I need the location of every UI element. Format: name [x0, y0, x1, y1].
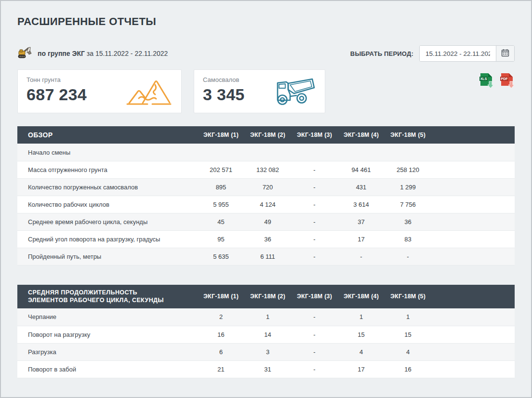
- period-picker: ВЫБРАТЬ ПЕРИОД:: [350, 45, 515, 62]
- row-value: -: [291, 253, 338, 260]
- page-title: РАСШИРЕННЫЕ ОТЧЕТЫ: [17, 15, 515, 28]
- date-range-input[interactable]: [420, 46, 496, 61]
- stat-card-trucks: Самосвалов 3 345: [194, 69, 325, 113]
- row-label: Среднее время рабочего цикла, секунды: [17, 218, 198, 226]
- row-value: -: [291, 366, 338, 373]
- row-value: 4: [338, 348, 385, 356]
- column-header: ЭКГ-18М (1): [198, 293, 244, 300]
- row-value: -: [291, 348, 338, 356]
- row-value: 3: [244, 348, 291, 356]
- row-value: 94 461: [338, 166, 385, 173]
- row-value: 14: [244, 331, 291, 338]
- row-value: 132 082: [244, 166, 291, 173]
- row-value: 6 111: [244, 253, 291, 260]
- table-row: Средний угол поворота на разгрузку, град…: [17, 230, 515, 248]
- row-label: Количество погруженных самосвалов: [17, 184, 198, 191]
- xls-download-icon[interactable]: XLS: [479, 73, 494, 91]
- row-value: 6: [198, 348, 244, 356]
- row-label: Пройденный путь, метры: [17, 253, 198, 260]
- table-row: Масса отгруженного грунта202 571132 082-…: [17, 161, 515, 178]
- row-value: -: [291, 331, 338, 338]
- table-title: ОБЗОР: [17, 127, 198, 143]
- cycle-duration-table: СРЕДНЯЯ ПРОДОЛЖИТЕЛЬНОСТЬ ЭЛЕМЕНТОВ РАБО…: [17, 285, 515, 378]
- row-label: Средний угол поворота на разгрузку, град…: [17, 236, 198, 243]
- column-header: ЭКГ-18М (2): [244, 132, 291, 138]
- row-label: Черпание: [17, 313, 198, 320]
- row-value: -: [338, 253, 385, 260]
- row-value: 16: [198, 331, 244, 338]
- row-label: Масса отгруженного грунта: [17, 166, 198, 173]
- column-header: ЭКГ-18М (1): [198, 132, 244, 138]
- row-label: Разгрузка: [17, 348, 198, 356]
- row-value: 49: [244, 218, 291, 226]
- table-row: Среднее время рабочего цикла, секунды454…: [17, 213, 515, 230]
- export-buttons: XLS PDF: [479, 69, 515, 91]
- row-value: 36: [385, 218, 431, 226]
- stat-cards-row: Тонн грунта 687 234 Самосвалов 3 345: [17, 69, 515, 113]
- column-header: ЭКГ-18М (5): [385, 293, 431, 300]
- row-value: -: [385, 253, 431, 260]
- table-body: Начало сменыМасса отгруженного грунта202…: [17, 144, 515, 265]
- row-value: 15: [385, 331, 431, 338]
- stat-card-tons: Тонн грунта 687 234: [17, 69, 182, 113]
- row-value: 5 955: [198, 201, 244, 208]
- row-value: -: [291, 201, 338, 208]
- dump-truck-icon: [272, 75, 316, 108]
- column-header: ЭКГ-18М (5): [385, 132, 431, 138]
- row-label: Поворот на разгрузку: [17, 331, 198, 338]
- row-value: -: [291, 236, 338, 243]
- row-label: Начало смены: [17, 149, 198, 156]
- svg-text:XLS: XLS: [480, 77, 487, 80]
- row-label: Поворот в забой: [17, 366, 198, 373]
- row-value: 37: [338, 218, 385, 226]
- overview-table: ОБЗОР ЭКГ-18М (1)ЭКГ-18М (2)ЭКГ-18М (3)Э…: [17, 126, 515, 265]
- group-label: по группе ЭКГ: [38, 50, 85, 57]
- column-header: ЭКГ-18М (3): [291, 293, 338, 300]
- row-value: 3 614: [338, 201, 385, 208]
- date-range-group: [419, 45, 515, 62]
- row-value: 1: [385, 313, 431, 320]
- row-value: 83: [385, 236, 431, 243]
- row-value: 431: [338, 184, 385, 191]
- svg-text:PDF: PDF: [501, 77, 508, 80]
- table-row: Количество погруженных самосвалов895720-…: [17, 178, 515, 196]
- row-label: Количество рабочих циклов: [17, 201, 198, 208]
- row-value: 16: [385, 366, 431, 373]
- row-value: 1: [338, 313, 385, 320]
- sub-header-row: по группе ЭКГ за 15.11.2022 - 22.11.2022…: [17, 45, 515, 62]
- row-value: 17: [338, 236, 385, 243]
- table-header: СРЕДНЯЯ ПРОДОЛЖИТЕЛЬНОСТЬ ЭЛЕМЕНТОВ РАБО…: [17, 285, 515, 308]
- row-value: 36: [244, 236, 291, 243]
- mountain-icon: [125, 76, 173, 108]
- row-value: 95: [198, 236, 244, 243]
- stat-value: 3 345: [203, 85, 245, 104]
- pdf-download-icon[interactable]: PDF: [500, 73, 515, 91]
- table-title: СРЕДНЯЯ ПРОДОЛЖИТЕЛЬНОСТЬ ЭЛЕМЕНТОВ РАБО…: [17, 285, 198, 308]
- table-row: Поворот на разгрузку1614-1515: [17, 326, 515, 343]
- row-value: 17: [338, 366, 385, 373]
- row-value: 202 571: [198, 166, 244, 173]
- stat-value: 687 234: [27, 85, 87, 104]
- stat-label: Самосвалов: [203, 76, 245, 83]
- stat-label: Тонн грунта: [27, 76, 87, 83]
- row-value: 258 120: [385, 166, 431, 173]
- row-value: 4: [385, 348, 431, 356]
- column-header: ЭКГ-18М (4): [338, 293, 385, 300]
- row-value: 1 299: [385, 184, 431, 191]
- row-value: -: [291, 313, 338, 320]
- column-header: ЭКГ-18М (2): [244, 293, 291, 300]
- table-row: Разгрузка63-44: [17, 343, 515, 360]
- calendar-button[interactable]: [496, 46, 514, 61]
- table-row: Пройденный путь, метры5 6356 111---: [17, 248, 515, 265]
- table-body: Черпание21-11Поворот на разгрузку1614-15…: [17, 308, 515, 378]
- table-row: Поворот в забой2131-1716: [17, 360, 515, 378]
- select-period-label: ВЫБРАТЬ ПЕРИОД:: [350, 50, 413, 57]
- row-value: 15: [338, 331, 385, 338]
- table-row: Черпание21-11: [17, 308, 515, 326]
- row-value: 45: [198, 218, 244, 226]
- row-value: -: [291, 218, 338, 226]
- excavator-icon: [17, 47, 33, 61]
- row-value: 4 124: [244, 201, 291, 208]
- column-header: ЭКГ-18М (4): [338, 132, 385, 138]
- column-header: ЭКГ-18М (3): [291, 132, 338, 138]
